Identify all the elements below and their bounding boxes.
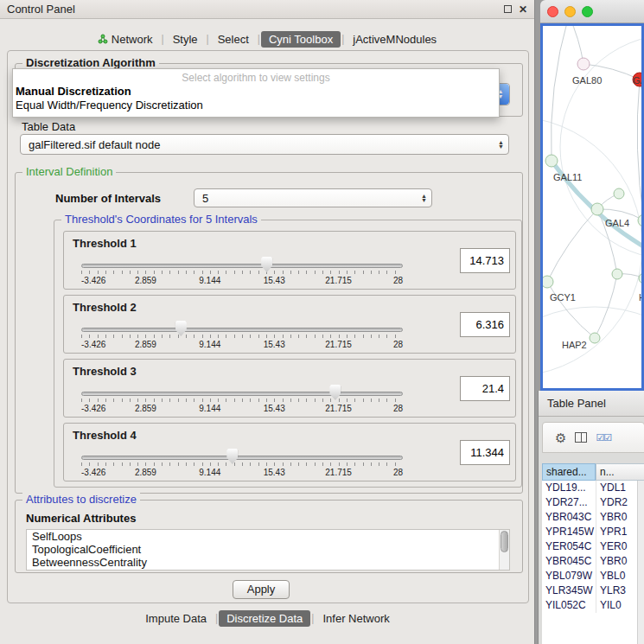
combobox-stepper-icon: ▲▼ [421,194,427,203]
columns-glyph-icon [575,432,587,443]
network-view-window: GAL80GAGAL11GAL4GCY1HHAP2 [540,0,644,391]
scrollbar-thumb[interactable] [501,531,508,552]
table-row[interactable]: YBL079WYBL0 [542,569,644,583]
table-row[interactable]: YPR145WYPR1 [542,525,644,539]
close-traffic-light-icon[interactable] [547,6,558,17]
algorithm-option[interactable]: Manual Discretization [13,84,499,98]
number-of-intervals-combobox[interactable]: 5 ▲▼ [194,188,432,207]
network-edge[interactable] [640,80,641,147]
network-node[interactable] [591,203,603,215]
slider-track[interactable] [81,328,403,332]
threshold-slider[interactable]: -3.4262.8599.14415.4321.71528 [81,320,403,351]
zoom-traffic-light-icon[interactable] [582,6,593,17]
scale-label: 2.859 [135,468,156,477]
table-row[interactable]: YBR043CYBR0 [542,510,644,525]
slider-track[interactable] [81,264,403,268]
scale-label: 15.43 [264,468,285,477]
threshold-slider[interactable]: -3.4262.8599.14415.4321.71528 [81,448,403,479]
slider-scale: -3.4262.8599.14415.4321.71528 [81,276,403,286]
slider-track[interactable] [81,456,403,460]
attributes-list-scrollbar[interactable] [499,530,509,570]
gear-icon[interactable]: ⚙ [555,431,566,444]
network-node[interactable] [543,276,553,288]
attributes-items: SelfLoopsTopologicalCoefficientBetweenne… [27,530,509,569]
table-row[interactable]: YBR045CYBR0 [542,554,644,569]
tab-style[interactable]: Style [165,31,206,48]
discretization-algorithm-title: Discretization Algorithm [22,56,159,69]
scale-label: 9.144 [199,468,220,477]
table-rows: YDL19...YDL1YDR27...YDR2YBR043CYBR0YPR14… [542,481,644,644]
top-tab-bar: Network|Style|Select|Cyni Toolbox|jActiv… [0,29,534,49]
minimize-traffic-light-icon[interactable] [564,6,576,17]
network-edge[interactable] [547,209,597,282]
tab-jactivemnodules[interactable]: jActiveMNodules [345,31,444,48]
table-row[interactable]: YDR27...YDR2 [542,495,644,510]
table-data-value: galFiltered.sif default node [29,138,160,151]
algorithm-popup-placeholder: Select algorithm to view settings [13,69,499,84]
table-row[interactable]: YIL052CYIL0 [542,598,644,613]
tab-divider: | [215,612,218,624]
threshold-value-input[interactable] [460,312,510,337]
network-node-label: H [639,292,641,303]
slider-scale: -3.4262.8599.14415.4321.71528 [81,340,403,350]
columns-icon[interactable] [575,431,587,444]
network-node[interactable] [614,188,624,199]
interval-definition-title: Interval Definition [22,165,116,178]
slider-ticks [81,335,403,338]
network-icon [98,34,108,44]
scale-label: 21.715 [325,468,352,477]
tab-network[interactable]: Network [90,31,161,48]
tab-cyni-toolbox[interactable]: Cyni Toolbox [261,31,341,48]
threshold-value-input[interactable] [460,248,510,273]
network-edge[interactable] [547,282,595,338]
numerical-attributes-list[interactable]: SelfLoopsTopologicalCoefficientBetweenne… [26,529,510,571]
threshold-label: Threshold 2 [73,301,137,314]
apply-button[interactable]: Apply [233,580,290,599]
float-window-button[interactable] [504,4,512,15]
attribute-list-item[interactable]: BetweennessCentrality [27,556,509,569]
bottom-tab-bar: Impute Data|Discretize Data|Infer Networ… [0,608,535,628]
slider-ticks [81,462,403,466]
slider-scale: -3.4262.8599.14415.4321.71528 [81,468,403,478]
network-edge[interactable] [637,80,641,220]
tab-infer-network[interactable]: Infer Network [315,610,397,627]
cell-shared-name: YIL052C [542,598,596,613]
select-columns-checkbox-icon[interactable]: ☑☑ [596,433,611,443]
algorithm-options: Manual DiscretizationEqual Width/Frequen… [13,84,499,112]
interval-definition-group: Interval Definition Number of Intervals … [15,172,523,494]
network-graph: GAL80GAGAL11GAL4GCY1HHAP2 [543,26,641,388]
scale-label: -3.426 [81,468,105,477]
control-panel-window: Control Panel ✕ Network|Style|Select|Cyn… [0,0,535,644]
scale-label: -3.426 [81,276,105,285]
tab-discretize-data[interactable]: Discretize Data [219,610,310,627]
table-data-combobox[interactable]: galFiltered.sif default node ▲▼ [20,134,509,155]
slider-track[interactable] [81,392,403,396]
scale-label: -3.426 [81,404,105,413]
tab-impute-data[interactable]: Impute Data [137,610,214,627]
tab-select[interactable]: Select [210,31,257,48]
table-scrollbar[interactable] [637,481,644,644]
network-node[interactable] [577,58,590,70]
float-window-icon [504,5,512,13]
network-canvas[interactable]: GAL80GAGAL11GAL4GCY1HHAP2 [540,23,644,391]
threshold-value-input[interactable] [460,376,510,401]
slider-ticks [81,271,403,274]
algorithm-option[interactable]: Equal Width/Frequency Discretization [13,98,499,112]
threshold-slider[interactable]: -3.4262.8599.14415.4321.71528 [81,256,403,287]
threshold-slider[interactable]: -3.4262.8599.14415.4321.71528 [81,384,403,415]
cell-shared-name: YER054C [542,539,596,554]
column-header-shared-name[interactable]: shared... [542,463,596,481]
attribute-list-item[interactable]: SelfLoops [27,530,509,543]
threshold-value-input[interactable] [460,440,510,465]
network-node[interactable] [612,269,622,279]
close-window-button[interactable]: ✕ [519,4,527,15]
table-row[interactable]: YER054CYER0 [542,539,644,554]
network-node[interactable] [590,333,600,343]
attribute-list-item[interactable]: TopologicalCoefficient [27,543,509,556]
table-row[interactable]: YLR345WYLR3 [542,583,644,598]
network-edge[interactable] [595,274,617,338]
column-header-name[interactable]: n... [596,463,644,481]
table-panel: Table Panel ⚙ ☑☑ shared... n... YDL19...… [538,391,644,644]
network-node[interactable] [545,155,558,167]
table-row[interactable]: YDL19...YDL1 [542,481,644,495]
